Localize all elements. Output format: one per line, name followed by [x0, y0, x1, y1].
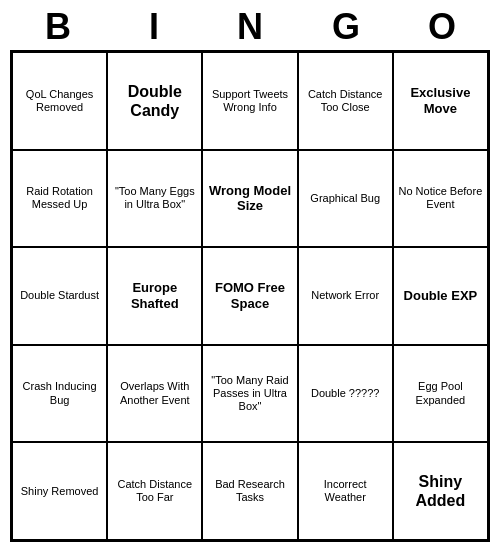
letter-n: N — [206, 6, 294, 48]
bingo-cell: Wrong Model Size — [202, 150, 297, 248]
bingo-cell: FOMO Free Space — [202, 247, 297, 345]
bingo-cell: Graphical Bug — [298, 150, 393, 248]
bingo-cell: QoL Changes Removed — [12, 52, 107, 150]
bingo-cell: Overlaps With Another Event — [107, 345, 202, 443]
bingo-cell: Europe Shafted — [107, 247, 202, 345]
bingo-cell: Bad Research Tasks — [202, 442, 297, 540]
bingo-cell: Shiny Removed — [12, 442, 107, 540]
bingo-cell: "Too Many Raid Passes in Ultra Box" — [202, 345, 297, 443]
bingo-cell: Exclusive Move — [393, 52, 488, 150]
bingo-cell: Shiny Added — [393, 442, 488, 540]
bingo-cell: Support Tweets Wrong Info — [202, 52, 297, 150]
letter-o: O — [398, 6, 486, 48]
bingo-cell: Raid Rotation Messed Up — [12, 150, 107, 248]
letter-g: G — [302, 6, 390, 48]
bingo-cell: No Notice Before Event — [393, 150, 488, 248]
bingo-cell: Incorrect Weather — [298, 442, 393, 540]
letter-i: I — [110, 6, 198, 48]
bingo-cell: Network Error — [298, 247, 393, 345]
bingo-cell: Catch Distance Too Close — [298, 52, 393, 150]
bingo-cell: Egg Pool Expanded — [393, 345, 488, 443]
letter-b: B — [14, 6, 102, 48]
bingo-cell: Double Candy — [107, 52, 202, 150]
bingo-cell: Catch Distance Too Far — [107, 442, 202, 540]
bingo-header: B I N G O — [10, 0, 490, 50]
bingo-cell: Crash Inducing Bug — [12, 345, 107, 443]
bingo-cell: "Too Many Eggs in Ultra Box" — [107, 150, 202, 248]
bingo-grid: QoL Changes RemovedDouble CandySupport T… — [10, 50, 490, 542]
bingo-cell: Double EXP — [393, 247, 488, 345]
bingo-cell: Double Stardust — [12, 247, 107, 345]
bingo-cell: Double ????? — [298, 345, 393, 443]
